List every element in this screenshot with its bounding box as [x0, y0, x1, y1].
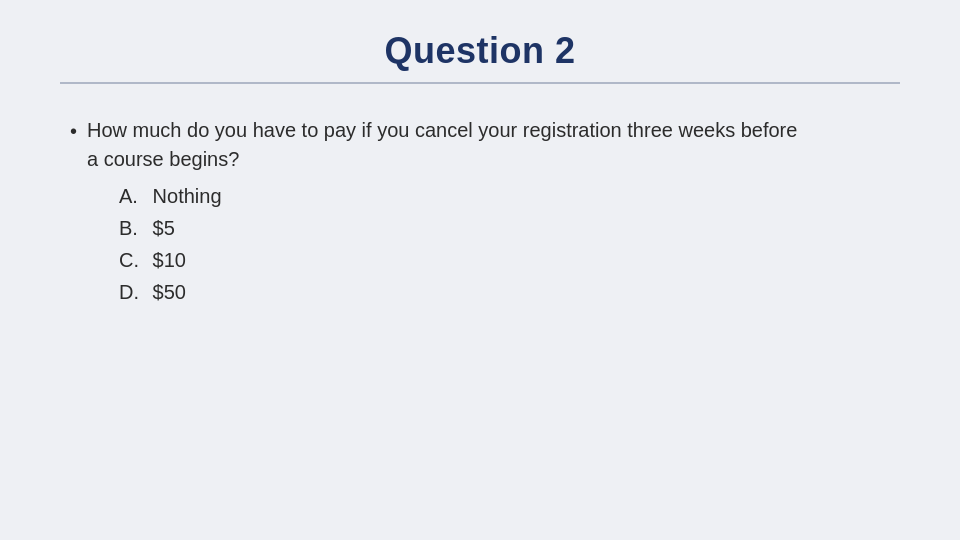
option-label-c: C. — [119, 244, 147, 276]
list-item: D. $50 — [119, 276, 797, 308]
bullet-point: • — [70, 117, 77, 145]
question-line-1: How much do you have to pay if you cance… — [87, 116, 797, 145]
option-text-b: $5 — [153, 217, 175, 239]
slide-title: Question 2 — [384, 30, 575, 72]
option-label-d: D. — [119, 276, 147, 308]
list-item: A. Nothing — [119, 180, 797, 212]
option-label-b: B. — [119, 212, 147, 244]
option-label-a: A. — [119, 180, 147, 212]
list-item: C. $10 — [119, 244, 797, 276]
option-text-a: Nothing — [153, 185, 222, 207]
title-divider — [60, 82, 900, 84]
question-row: • How much do you have to pay if you can… — [70, 116, 900, 308]
list-item: B. $5 — [119, 212, 797, 244]
question-line-2: a course begins? — [87, 145, 797, 174]
options-list: A. Nothing B. $5 C. $10 D. $50 — [119, 180, 797, 308]
content-section: • How much do you have to pay if you can… — [60, 116, 900, 322]
slide: Question 2 • How much do you have to pay… — [0, 0, 960, 540]
question-text: How much do you have to pay if you cance… — [87, 116, 797, 308]
option-text-c: $10 — [153, 249, 186, 271]
option-text-d: $50 — [153, 281, 186, 303]
title-section: Question 2 — [60, 30, 900, 84]
